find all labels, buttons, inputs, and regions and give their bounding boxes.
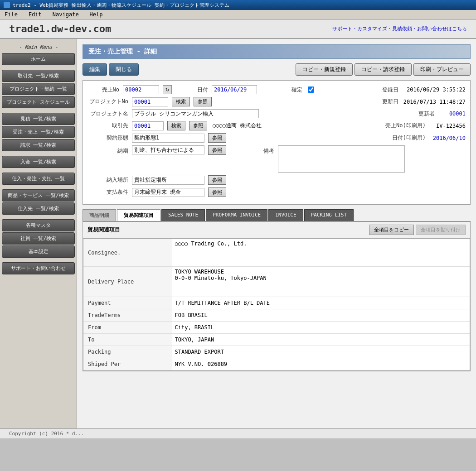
- trade-fields-container: Consignee. ○○○○ Trading Co., Ltd. Delive…: [83, 238, 470, 371]
- menu-file[interactable]: File: [3, 11, 19, 18]
- sidebar-section-label: - Main Menu -: [2, 43, 75, 52]
- menu-help[interactable]: Help: [88, 11, 105, 18]
- tab-product-detail[interactable]: 商品明細: [83, 209, 116, 221]
- quote-list-btn[interactable]: 見積 一覧/検索: [2, 113, 75, 125]
- contract-type-input[interactable]: [132, 134, 204, 143]
- payment-terms-reference-button[interactable]: 参照: [208, 187, 226, 197]
- product-list-btn[interactable]: 商品・サービス 一覧/検索: [2, 189, 75, 202]
- shipped-per-input[interactable]: [175, 360, 467, 368]
- packing-input[interactable]: [175, 348, 467, 356]
- trade-terms-input[interactable]: [175, 311, 467, 319]
- to-value[interactable]: [172, 334, 470, 346]
- from-value[interactable]: [172, 322, 470, 334]
- form-row-4: 取引先 検索 参照 ○○○○通商 株式会社 売上No(印刷用) IV-12345…: [87, 121, 466, 130]
- tab-proforma-invoice[interactable]: PROFORMA INVOICE: [206, 209, 267, 221]
- delivery-place-textarea[interactable]: TOKYO WAREHOUSE 0-0-0 Minato-ku, Tokyo-J…: [175, 269, 467, 293]
- from-row-label: From: [83, 322, 172, 334]
- delivery-place-input[interactable]: [132, 176, 204, 185]
- payment-row-label: Payment: [83, 297, 172, 309]
- table-row: Packing: [83, 346, 470, 358]
- date-input[interactable]: [212, 85, 257, 94]
- tab-invoice[interactable]: INVOICE: [268, 209, 303, 221]
- payment-input[interactable]: [175, 299, 467, 307]
- packing-value[interactable]: [172, 346, 470, 358]
- sales-no-print-label: 売上No(印刷用): [380, 122, 426, 130]
- page-title-text: 受注・売上管理 - 詳細: [88, 48, 157, 55]
- delivery-place-label: 納入場所: [87, 176, 128, 184]
- from-input[interactable]: [175, 323, 467, 332]
- edit-button[interactable]: 編集: [83, 63, 107, 76]
- confirmed-checkbox[interactable]: [308, 87, 314, 93]
- delivery-input[interactable]: [132, 145, 204, 154]
- project-schedule-btn[interactable]: プロジェクト スケジュール: [2, 96, 75, 108]
- project-name-label: プロジェクト名: [87, 110, 128, 118]
- to-input[interactable]: [175, 336, 467, 344]
- delivery-reference-button[interactable]: 参照: [208, 145, 226, 155]
- shipped-per-value[interactable]: [172, 358, 470, 370]
- vendor-list-btn[interactable]: 仕入先 一覧/検索: [2, 202, 75, 215]
- page-title: 受注・売上管理 - 詳細: [83, 44, 471, 59]
- trade-section: 貿易関連項目 全項目をコピー 全項目を貼り付け Consignee.: [83, 221, 471, 371]
- updater-label: 更新者: [412, 110, 435, 118]
- project-reference-button[interactable]: 参照: [194, 97, 212, 106]
- form-area: 売上No ↻ 日付 確定 登録日 2016/06/29 3:55:22 プロジェ…: [83, 80, 471, 205]
- support-btn[interactable]: サポート・お問い合わせ: [2, 262, 75, 274]
- trade-terms-value[interactable]: [172, 309, 470, 322]
- table-row: Consignee. ○○○○ Trading Co., Ltd.: [83, 239, 470, 267]
- packing-row-label: Packing: [83, 346, 172, 358]
- project-name-input[interactable]: [132, 109, 259, 118]
- tab-packing-list[interactable]: PACKING LIST: [304, 209, 354, 221]
- trade-section-buttons: 全項目をコピー 全項目を貼り付け: [369, 225, 466, 235]
- registration-date-value: 2016/06/29 3:55:22: [402, 87, 466, 93]
- app-icon: [4, 2, 10, 8]
- menu-navigate[interactable]: Navigate: [51, 11, 81, 18]
- supplier-name-value: ○○○○通商 株式会社: [213, 122, 262, 130]
- table-row: TradeTerms: [83, 309, 470, 322]
- payment-terms-input[interactable]: [132, 188, 204, 197]
- table-row: Shiped Per: [83, 358, 470, 370]
- to-row-label: To: [83, 334, 172, 346]
- project-search-button[interactable]: 検索: [172, 97, 190, 106]
- close-button[interactable]: 閉じる: [109, 63, 139, 76]
- refresh-button[interactable]: ↻: [163, 85, 172, 94]
- remarks-textarea[interactable]: [278, 145, 405, 173]
- print-button[interactable]: 印刷・プレビュー: [413, 63, 471, 76]
- delivery-label: 納期: [87, 147, 128, 155]
- contract-type-reference-button[interactable]: 参照: [208, 133, 226, 143]
- copy-new-button[interactable]: コピー・新規登録: [296, 63, 353, 76]
- sales-no-input[interactable]: [123, 85, 159, 94]
- update-date-label: 更新日: [376, 98, 398, 106]
- purchase-list-btn[interactable]: 仕入・発注・支払 一覧: [2, 173, 75, 185]
- supplier-id-input[interactable]: [132, 121, 164, 130]
- payment-value[interactable]: [172, 297, 470, 309]
- tab-sales-note[interactable]: SALES NOTE: [161, 209, 205, 221]
- copy-invoice-button[interactable]: コピー・請求登録: [355, 63, 412, 76]
- copy-all-button[interactable]: 全項目をコピー: [369, 225, 414, 235]
- consignee-textarea[interactable]: ○○○○ Trading Co., Ltd.: [175, 240, 467, 263]
- table-row: Delivery Place TOKYO WAREHOUSE 0-0-0 Min…: [83, 267, 470, 297]
- form-row-5: 契約形態 参照 日付(印刷用) 2016/06/10: [87, 133, 466, 143]
- supplier-search-button[interactable]: 検索: [167, 121, 185, 130]
- paste-all-button[interactable]: 全項目を貼り付け: [416, 225, 466, 235]
- supplier-list-btn[interactable]: 取引先 一覧/検索: [2, 70, 75, 82]
- project-no-input[interactable]: [132, 97, 168, 106]
- employee-list-btn[interactable]: 社員 一覧/検索: [2, 232, 75, 245]
- delivery-place-value[interactable]: TOKYO WAREHOUSE 0-0-0 Minato-ku, Tokyo-J…: [172, 267, 470, 297]
- tab-trade-items[interactable]: 貿易関連項目: [117, 209, 160, 221]
- payment-list-btn[interactable]: 入金 一覧/検索: [2, 156, 75, 168]
- project-contract-btn[interactable]: プロジェクト・契約 一覧: [2, 83, 75, 95]
- supplier-reference-button[interactable]: 参照: [189, 121, 207, 130]
- consignee-value[interactable]: ○○○○ Trading Co., Ltd.: [172, 239, 470, 267]
- menu-edit[interactable]: Edit: [27, 11, 44, 18]
- master-btn[interactable]: 各種マスタ: [2, 219, 75, 231]
- delivery-place-reference-button[interactable]: 参照: [208, 175, 226, 185]
- order-list-btn[interactable]: 受注・売上 一覧/検索: [2, 126, 75, 138]
- header: trade1.dw-dev.com サポート・カスタマイズ・見積依頼・お問い合わ…: [0, 19, 476, 39]
- home-btn[interactable]: ホーム: [2, 53, 75, 65]
- confirmed-label: 確定: [291, 86, 302, 94]
- invoice-list-btn[interactable]: 請求 一覧/検索: [2, 139, 75, 151]
- settings-btn[interactable]: 基本設定: [2, 245, 75, 258]
- support-link[interactable]: サポート・カスタマイズ・見積依頼・お問い合わせはこちら: [332, 25, 467, 32]
- form-row-8: 支払条件 参照: [87, 187, 466, 197]
- updater-value: 00001: [438, 111, 466, 117]
